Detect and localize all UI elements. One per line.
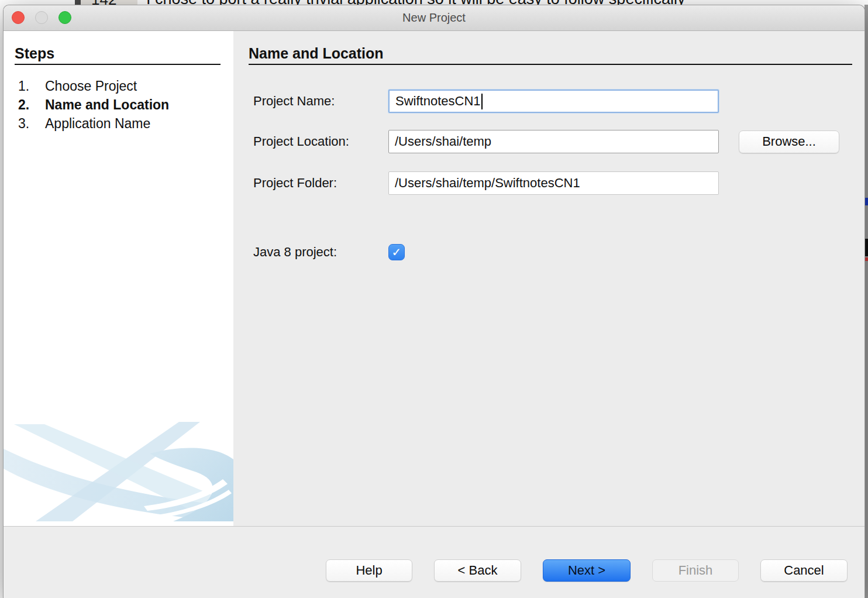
project-location-row: Project Location: /Users/shai/temp Brows… bbox=[253, 130, 839, 153]
steps-sidebar: Steps 1. Choose Project 2. Name and Loca… bbox=[4, 31, 233, 526]
help-button[interactable]: Help bbox=[326, 559, 412, 582]
step-item-choose-project: 1. Choose Project bbox=[18, 77, 169, 95]
steps-heading: Steps bbox=[15, 45, 54, 62]
finish-button: Finish bbox=[652, 559, 739, 582]
zoom-button[interactable] bbox=[58, 11, 71, 24]
text-caret bbox=[481, 94, 483, 109]
project-folder-label: Project Folder: bbox=[253, 176, 388, 191]
netbeans-swoosh-graphic bbox=[4, 418, 233, 521]
java8-label: Java 8 project: bbox=[253, 245, 388, 260]
panel-heading-rule bbox=[249, 64, 852, 65]
checkmark-icon: ✓ bbox=[392, 246, 402, 258]
minimize-button bbox=[35, 11, 48, 24]
project-location-label: Project Location: bbox=[253, 134, 388, 149]
dialog-content: Steps 1. Choose Project 2. Name and Loca… bbox=[4, 31, 864, 526]
project-name-row: Project Name: SwiftnotesCN1 bbox=[253, 90, 719, 113]
back-button[interactable]: < Back bbox=[434, 559, 521, 582]
java8-checkbox[interactable]: ✓ bbox=[388, 244, 405, 260]
browse-button[interactable]: Browse... bbox=[739, 130, 839, 153]
panel-heading: Name and Location bbox=[249, 45, 384, 62]
steps-list: 1. Choose Project 2. Name and Location 3… bbox=[18, 77, 169, 133]
steps-heading-rule bbox=[15, 64, 221, 65]
next-button[interactable]: Next > bbox=[543, 559, 631, 582]
project-name-input[interactable]: SwiftnotesCN1 bbox=[388, 90, 719, 113]
title-bar[interactable]: New Project bbox=[4, 5, 864, 31]
project-folder-row: Project Folder: /Users/shai/temp/Swiftno… bbox=[253, 171, 719, 195]
new-project-dialog: New Project Steps 1. Choose Project 2. N… bbox=[3, 5, 865, 598]
project-folder-field: /Users/shai/temp/SwiftnotesCN1 bbox=[388, 171, 719, 195]
project-name-label: Project Name: bbox=[253, 94, 388, 109]
step-item-application-name: 3. Application Name bbox=[18, 114, 169, 133]
name-location-panel: Name and Location Project Name: Swiftnot… bbox=[233, 31, 864, 526]
dialog-footer: Help < Back Next > Finish Cancel bbox=[4, 526, 864, 598]
project-location-input[interactable]: /Users/shai/temp bbox=[388, 130, 719, 153]
window-title: New Project bbox=[402, 11, 466, 25]
close-button[interactable] bbox=[12, 11, 25, 24]
step-item-name-and-location: 2. Name and Location bbox=[18, 95, 169, 114]
cancel-button[interactable]: Cancel bbox=[760, 559, 848, 582]
java8-row: Java 8 project: ✓ bbox=[253, 240, 405, 264]
